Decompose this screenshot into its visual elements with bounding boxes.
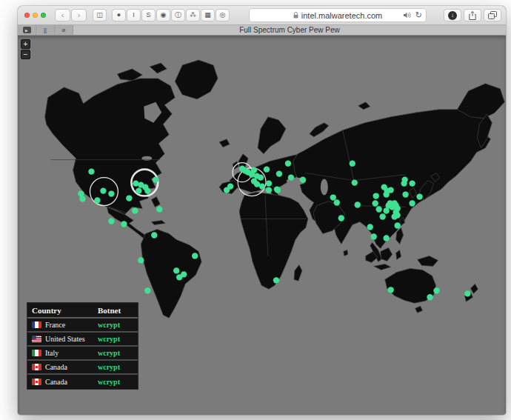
botnet-name: wcrypt	[98, 349, 138, 357]
infection-dot	[334, 199, 340, 205]
infection-dot	[300, 176, 306, 182]
landmass-florida	[151, 197, 160, 207]
landmass-chukotka	[457, 84, 504, 119]
botnet-table: Country Botnet FrancewcryptUnited States…	[27, 302, 138, 390]
infection-dot	[367, 224, 373, 230]
infection-dot	[433, 287, 439, 293]
tabs-icon	[488, 11, 497, 19]
infection-dot	[266, 187, 272, 193]
infection-dot	[132, 207, 138, 213]
active-tab[interactable]: Full Spectrum Cyber Pew Pew	[73, 25, 506, 35]
extension-circle-button-dark-circle-icon[interactable]: ●	[112, 9, 126, 21]
reload-button[interactable]: ↻	[415, 10, 422, 20]
infection-dot	[409, 200, 415, 206]
extension-record-button-record-circle-icon[interactable]: ◉	[156, 9, 170, 21]
us-flag-icon	[32, 336, 41, 342]
botnet-name: wcrypt	[98, 335, 138, 343]
infection-dot	[88, 168, 94, 174]
header-country: Country	[27, 306, 98, 315]
infection-dot	[379, 213, 385, 219]
country-name: Canada	[45, 363, 67, 371]
table-header: Country Botnet	[27, 303, 138, 319]
table-row: United Stateswcrypt	[27, 333, 138, 347]
table-body: FrancewcryptUnited StateswcryptItalywcry…	[27, 319, 138, 389]
infection-dot	[138, 257, 144, 263]
infection-dot	[259, 183, 265, 189]
pinned-tab-video[interactable]: ▶	[18, 25, 36, 35]
extension-qr-button-qr-grid-icon[interactable]: ▦	[201, 9, 215, 21]
address-bar-icons: ↻	[404, 9, 422, 21]
close-window-button[interactable]	[24, 13, 30, 18]
infection-dot	[371, 233, 377, 239]
infection-dot	[273, 277, 279, 283]
infection-dot	[285, 160, 291, 166]
address-bar[interactable]: intel.malwaretech.com ↻	[249, 8, 427, 22]
country-name: Italy	[45, 349, 59, 357]
table-row: Canadawcrypt	[27, 361, 138, 375]
infection-dot	[108, 190, 114, 196]
infection-dot	[275, 187, 281, 193]
infection-dot	[251, 167, 257, 173]
infection-dot	[156, 206, 162, 212]
landmass-tasmania	[415, 306, 423, 313]
minimize-window-button[interactable]	[33, 13, 38, 18]
infection-dot	[264, 166, 270, 172]
infection-dot	[401, 180, 407, 186]
landmass-java	[374, 264, 391, 270]
landmass-novaya-zemlya	[310, 123, 329, 137]
infection-dot	[383, 191, 389, 197]
infection-dot	[276, 170, 282, 176]
infection-dot	[136, 187, 141, 193]
infection-dot	[173, 267, 179, 273]
back-button[interactable]: ‹	[55, 9, 70, 21]
pinned-tab-circle[interactable]: ⌀	[55, 25, 73, 35]
infection-dot	[355, 201, 361, 207]
landmass-madagascar	[294, 264, 302, 281]
landmass-sri-lanka	[344, 250, 348, 256]
pinned-tab-brackets[interactable]: ][	[36, 25, 55, 35]
play-icon: ▶	[23, 27, 31, 33]
landmass-arctic-islands-2	[150, 63, 167, 73]
landmass-borneo	[381, 247, 393, 261]
extension-network-button-share-nodes-icon[interactable]: ⁂	[186, 9, 200, 21]
infection-dot	[375, 206, 381, 212]
ca-flag-icon	[32, 364, 41, 370]
country-name: France	[45, 321, 65, 329]
infection-dot	[288, 174, 294, 180]
extension-target-button-target-circle-icon[interactable]: ◎	[216, 9, 230, 21]
country-name: United States	[45, 335, 85, 343]
ca-flag-icon	[32, 379, 41, 385]
map-zoom-in-button[interactable]: +	[21, 39, 30, 49]
table-row: Italywcrypt	[27, 347, 138, 361]
infection-dot	[138, 181, 144, 187]
audio-mute-icon[interactable]	[404, 11, 412, 20]
safari-window: ‹ › ◫●IS◉ⓘ⁂▦◎ intel.malwaretech.com ↻ ↓	[18, 6, 506, 415]
extension-i-button[interactable]: I	[127, 9, 141, 21]
map-zoom-out-button[interactable]: −	[21, 50, 30, 59]
infection-dot	[108, 218, 114, 224]
tab-bar: ▶][⌀ Full Spectrum Cyber Pew Pew	[18, 25, 506, 36]
extension-s-button[interactable]: S	[141, 9, 156, 21]
sidebar-button-sidebar-icon[interactable]: ◫	[93, 9, 107, 21]
infection-dot	[416, 193, 422, 199]
forward-button[interactable]: ›	[71, 9, 87, 21]
page-content: + − Country Botnet FrancewcryptUnited St…	[18, 36, 506, 414]
zoom-window-button[interactable]	[41, 13, 46, 18]
landmass-new-zealand-north	[470, 284, 478, 293]
landmass-iceland	[219, 139, 230, 147]
tab-overview-button[interactable]	[484, 9, 501, 21]
download-button[interactable]: ↓	[444, 9, 461, 21]
infection-dot	[464, 290, 470, 296]
infection-dot	[79, 196, 85, 201]
header-botnet: Botnet	[98, 306, 138, 315]
extension-info-button-info-circle-icon[interactable]: ⓘ	[171, 9, 185, 21]
share-button[interactable]	[464, 9, 481, 21]
infection-dot	[373, 200, 378, 206]
it-flag-icon	[32, 350, 41, 356]
table-row: Francewcrypt	[27, 319, 138, 333]
infection-dot	[121, 221, 127, 227]
infection-dot	[409, 180, 415, 186]
infection-dot	[181, 271, 187, 277]
fr-flag-icon	[32, 321, 41, 328]
landmass-scandinavia	[258, 117, 286, 154]
